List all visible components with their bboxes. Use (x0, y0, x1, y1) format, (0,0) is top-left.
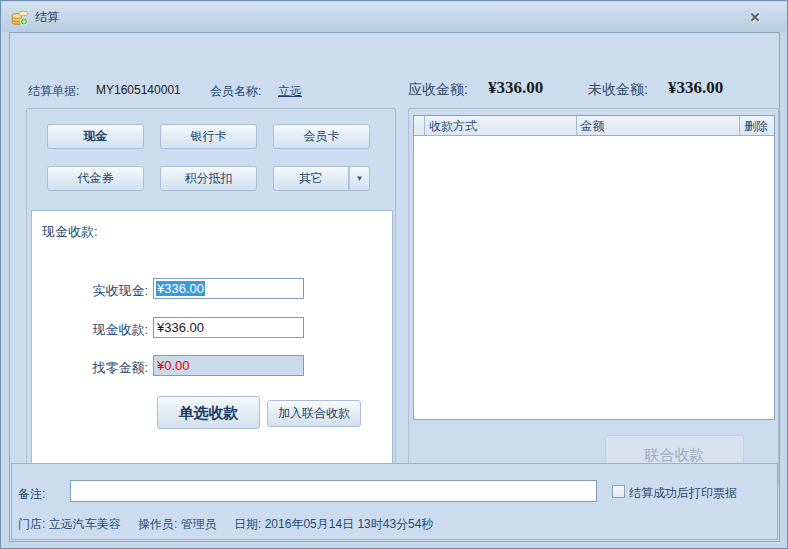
other-dropdown-icon[interactable]: ▼ (349, 166, 370, 191)
pay-method-cash-button[interactable]: 现金 (47, 124, 144, 149)
payments-table-header: 收款方式 金额 删除 (414, 116, 774, 136)
status-operator: 操作员: 管理员 (138, 517, 217, 531)
unpaid-amount-value: ¥336.00 (668, 78, 723, 98)
unpaid-amount-label: 未收金额: (588, 81, 648, 99)
column-header-amount[interactable]: 金额 (577, 116, 741, 135)
pay-method-other-button[interactable]: 其它 (273, 166, 349, 191)
print-receipt-label[interactable]: 结算成功后打印票据 (629, 485, 737, 502)
payments-table: 收款方式 金额 删除 (413, 115, 775, 420)
cash-receipt-panel: 现金收款: 实收现金: ¥336.00 现金收款: 找零金额: 单选收款 加入联… (31, 210, 393, 482)
row-indicator-column (414, 116, 425, 135)
settlement-window: 结算 ✕ 结算单据: MY1605140001 会员名称: 立远 应收金额: ¥… (0, 0, 788, 549)
coins-add-icon (11, 9, 29, 26)
cash-payment-label: 现金收款: (52, 321, 148, 339)
pay-method-member-card-button[interactable]: 会员卡 (273, 124, 370, 149)
received-cash-label: 实收现金: (52, 282, 148, 300)
remark-input[interactable] (70, 480, 597, 502)
window-title: 结算 (35, 9, 59, 26)
doc-number-label: 结算单据: (28, 83, 79, 100)
cash-payment-input[interactable] (153, 317, 304, 338)
footer-panel: 备注: 结算成功后打印票据 门店: 立远汽车美容 操作员: 管理员 日期: 20… (11, 463, 778, 540)
change-amount-input (153, 355, 304, 376)
title-bar: 结算 ✕ (2, 2, 786, 32)
member-name-label: 会员名称: (210, 83, 261, 100)
cash-receipt-title: 现金收款: (42, 223, 98, 241)
change-amount-label: 找零金额: (52, 359, 148, 377)
column-header-delete: 删除 (740, 116, 774, 135)
status-bar: 门店: 立远汽车美容 操作员: 管理员 日期: 2016年05月14日 13时4… (18, 516, 447, 533)
doc-number-value: MY1605140001 (96, 83, 181, 97)
payments-list-panel: 收款方式 金额 删除 联合收款 (408, 108, 779, 488)
close-icon[interactable]: ✕ (746, 10, 764, 26)
payment-method-panel: 现金 银行卡 会员卡 代金券 积分抵扣 其它 ▼ 现金收款: 实收现金: ¥33… (26, 108, 396, 488)
payments-table-body (414, 136, 774, 419)
single-payment-button[interactable]: 单选收款 (157, 396, 260, 429)
pay-method-bank-card-button[interactable]: 银行卡 (160, 124, 257, 149)
remark-label: 备注: (18, 486, 45, 503)
pay-method-points-button[interactable]: 积分抵扣 (160, 166, 257, 191)
column-header-method[interactable]: 收款方式 (425, 116, 577, 135)
receivable-amount-label: 应收金额: (408, 81, 468, 99)
status-store: 门店: 立远汽车美容 (18, 517, 121, 531)
status-date: 日期: 2016年05月14日 13时43分54秒 (234, 517, 433, 531)
receivable-amount-value: ¥336.00 (488, 78, 543, 98)
pay-method-voucher-button[interactable]: 代金券 (47, 166, 144, 191)
received-cash-input[interactable]: ¥336.00 (153, 278, 304, 299)
received-cash-selected-text: ¥336.00 (156, 281, 205, 296)
add-combined-payment-button[interactable]: 加入联合收款 (267, 400, 361, 427)
print-receipt-checkbox[interactable] (612, 485, 625, 498)
member-name-link[interactable]: 立远 (278, 83, 302, 100)
